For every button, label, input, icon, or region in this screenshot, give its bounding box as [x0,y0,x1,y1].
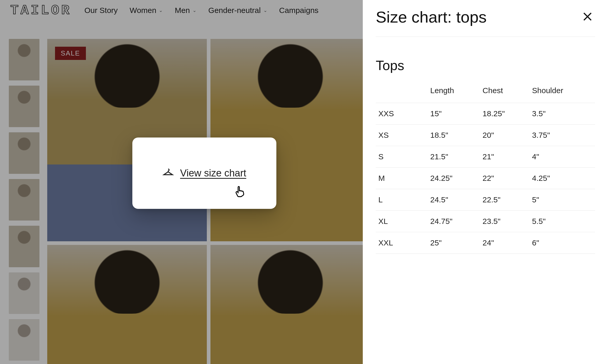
nav-men[interactable]: Men ⌄ [175,6,196,15]
table-cell: 24.5" [428,189,480,211]
size-chart-drawer: Size chart: tops Tops Length Chest Shoul… [363,0,608,364]
nav-gender-neutral[interactable]: Gender-neutral ⌄ [208,6,267,15]
size-chart-popover: View size chart [132,138,276,209]
hanger-icon [162,167,174,180]
nav-our-story[interactable]: Our Story [84,6,118,15]
size-chart-table: Length Chest Shoulder XXS15"18.25"3.5"XS… [376,86,595,254]
product-image[interactable] [210,245,370,364]
site-logo[interactable]: TAILOR [10,3,71,18]
table-cell: 5.5" [529,211,595,232]
close-icon [582,18,593,23]
table-cell: 22.5" [480,189,530,211]
table-row: M24.25"22"4.25" [376,168,595,189]
table-row: XL24.75"23.5"5.5" [376,211,595,232]
nav-label: Campaigns [279,6,319,15]
table-cell: XS [376,125,428,146]
table-header-row: Length Chest Shoulder [376,86,595,103]
nav-label: Women [130,6,156,15]
chevron-down-icon: ⌄ [193,8,196,13]
product-thumbnail[interactable] [9,272,39,314]
table-cell: 20" [480,125,530,146]
table-cell: 24.25" [428,168,480,189]
product-thumbnail[interactable] [9,319,39,361]
product-thumbnail[interactable] [9,39,39,80]
section-title: Tops [376,58,595,73]
chevron-down-icon: ⌄ [159,8,163,13]
table-cell: 24.75" [428,211,480,232]
main-nav: Our Story Women ⌄ Men ⌄ Gender-neutral ⌄… [84,6,318,15]
table-row: S21.5"21"4" [376,146,595,168]
table-cell: 18.25" [480,103,530,125]
product-image[interactable] [47,245,207,364]
pointer-cursor-icon [235,186,245,198]
table-cell: L [376,189,428,211]
table-cell: 4.25" [529,168,595,189]
chevron-down-icon: ⌄ [263,8,267,13]
product-thumbnail[interactable] [9,86,39,127]
table-cell: 5" [529,189,595,211]
table-row: XXL25"24"6" [376,232,595,254]
table-cell: 15" [428,103,480,125]
nav-label: Men [175,6,190,15]
close-button[interactable] [580,9,595,25]
table-cell: 24" [480,232,530,254]
table-cell: XXS [376,103,428,125]
table-row: L24.5"22.5"5" [376,189,595,211]
product-thumbnail[interactable] [9,179,39,221]
table-header: Chest [480,86,530,103]
table-row: XXS15"18.25"3.5" [376,103,595,125]
table-cell: 4" [529,146,595,168]
nav-women[interactable]: Women ⌄ [130,6,163,15]
thumbnail-rail [9,39,39,364]
table-cell: 25" [428,232,480,254]
table-cell: 21" [480,146,530,168]
nav-campaigns[interactable]: Campaigns [279,6,319,15]
product-thumbnail[interactable] [9,132,39,174]
drawer-title: Size chart: tops [376,8,487,26]
table-header: Shoulder [529,86,595,103]
table-row: XS18.5"20"3.75" [376,125,595,146]
table-cell: 23.5" [480,211,530,232]
table-cell: XL [376,211,428,232]
nav-label: Our Story [84,6,118,15]
table-cell: 18.5" [428,125,480,146]
table-cell: 3.5" [529,103,595,125]
product-thumbnail[interactable] [9,226,39,267]
table-cell: 3.75" [529,125,595,146]
view-size-chart-link[interactable]: View size chart [180,168,246,179]
table-header [376,86,428,103]
table-cell: 21.5" [428,146,480,168]
sale-badge: SALE [55,47,86,60]
table-cell: M [376,168,428,189]
table-cell: 22" [480,168,530,189]
table-cell: S [376,146,428,168]
table-header: Length [428,86,480,103]
nav-label: Gender-neutral [208,6,261,15]
table-cell: 6" [529,232,595,254]
table-cell: XXL [376,232,428,254]
